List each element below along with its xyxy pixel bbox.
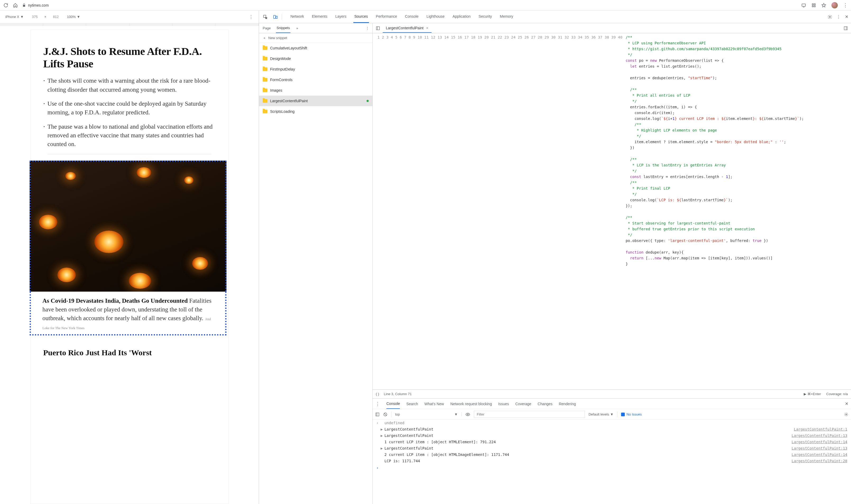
snippet-label: DesignMode	[270, 56, 291, 61]
close-icon[interactable]: ×	[426, 26, 428, 30]
levels-select[interactable]: Default levels ▼	[588, 412, 614, 416]
height-input[interactable]: 812	[48, 15, 63, 19]
home-icon[interactable]	[13, 3, 18, 8]
bullet-item: The pause was a blow to national and glo…	[43, 122, 216, 149]
context-select[interactable]: top▼	[395, 412, 462, 416]
format-icon[interactable]: { }	[376, 392, 379, 396]
expand-icon[interactable]: »	[296, 26, 298, 30]
editor-tabbar: LargestContentfulPaint ×	[373, 23, 851, 33]
profile-avatar[interactable]	[831, 2, 838, 8]
snippet-item[interactable]: CumulativeLayoutShift	[259, 43, 372, 53]
snippet-label: CumulativeLayoutShift	[270, 46, 307, 50]
collapse-icon[interactable]	[843, 25, 849, 32]
zoom-select[interactable]: 100% ▼	[67, 15, 80, 19]
ctab-search[interactable]: Search	[406, 402, 418, 406]
reload-icon[interactable]	[3, 3, 8, 8]
clear-icon[interactable]	[383, 412, 387, 417]
tab-application[interactable]: Application	[451, 11, 472, 23]
run-hint[interactable]: ▶ ⌘+Enter	[804, 392, 821, 396]
console-toolbar: top▼ Default levels ▼ No Issues	[373, 409, 851, 420]
coverage-status: Coverage: n/a	[826, 392, 848, 396]
kebab-icon[interactable]: ⋮	[249, 14, 253, 20]
new-snippet-label: New snippet	[268, 36, 287, 40]
console-row[interactable]: ‹ undefined	[373, 420, 851, 426]
kebab-icon[interactable]: ⋮	[375, 401, 380, 407]
console-row[interactable]: 1 current LCP item : [object HTMLElement…	[373, 439, 851, 445]
url-bar[interactable]: nytimes.com	[22, 3, 797, 7]
more-icon[interactable]: ⋮	[836, 14, 841, 19]
kebab-icon[interactable]: ⋮	[366, 26, 369, 30]
ctab-rendering[interactable]: Rendering	[559, 402, 576, 406]
snippet-item[interactable]: Images	[259, 85, 372, 96]
filter-input[interactable]	[474, 411, 585, 418]
console-drawer: ⋮ Console Search What's New Network requ…	[373, 398, 851, 504]
ctab-coverage[interactable]: Coverage	[515, 402, 531, 406]
close-icon[interactable]: ✕	[845, 14, 848, 19]
code-editor[interactable]: 1 2 3 4 5 6 7 8 9 10 11 12 13 14 15 16 1…	[373, 33, 851, 389]
tab-lighthouse[interactable]: Lighthouse	[425, 11, 446, 23]
extensions-icon[interactable]	[811, 3, 816, 8]
ctab-netblock[interactable]: Network request blocking	[450, 402, 492, 406]
tab-security[interactable]: Security	[478, 11, 493, 23]
settings-icon[interactable]	[844, 412, 848, 417]
chevron-down-icon: ▼	[20, 15, 24, 19]
console-prompt[interactable]: ›	[373, 464, 851, 471]
ctab-console[interactable]: Console	[386, 399, 400, 409]
device-toggle-icon[interactable]	[272, 13, 279, 21]
settings-icon[interactable]	[828, 15, 832, 19]
chevron-down-icon: ▼	[77, 15, 80, 19]
next-article-headline[interactable]: Puerto Rico Just Had Its 'Worst	[31, 336, 228, 357]
ctab-whatsnew[interactable]: What's New	[424, 402, 444, 406]
editor-pane: LargestContentfulPaint × 1 2 3 4 5 6 7 8…	[373, 23, 851, 398]
console-row[interactable]: LCP is: 1171.744LargestContentfulPaint:2…	[373, 458, 851, 464]
close-icon[interactable]: ✕	[845, 401, 848, 406]
tab-page[interactable]: Page	[262, 23, 271, 33]
inspect-icon[interactable]	[262, 13, 269, 21]
story-summary[interactable]: As Covid-19 Devastates India, Deaths Go …	[30, 292, 227, 336]
console-row[interactable]: 2 current LCP item : [object HTMLImageEl…	[373, 451, 851, 458]
snippet-icon	[263, 89, 267, 92]
tab-performance[interactable]: Performance	[375, 11, 398, 23]
snippet-item[interactable]: FirstInputDelay	[259, 64, 372, 74]
tab-console[interactable]: Console	[404, 11, 420, 23]
snippet-item-selected[interactable]: LargestContentfulPaint	[259, 96, 372, 106]
article-headline[interactable]: J.&J. Shots to Resume After F.D.A. Lifts…	[43, 45, 216, 70]
tab-memory[interactable]: Memory	[499, 11, 514, 23]
menu-icon[interactable]: ⋮	[843, 2, 848, 8]
console-row[interactable]: ▶LargestContentfulPaintLargestContentful…	[373, 426, 851, 432]
tab-elements[interactable]: Elements	[311, 11, 328, 23]
cast-icon[interactable]	[801, 3, 806, 8]
snippet-icon	[263, 67, 267, 71]
ctab-changes[interactable]: Changes	[537, 402, 552, 406]
story-image[interactable]	[30, 161, 227, 292]
sidebar-toggle-icon[interactable]	[375, 412, 379, 417]
live-expression-icon[interactable]	[465, 412, 470, 417]
width-input[interactable]: 375	[28, 15, 42, 19]
snippets-tabs: Page Snippets » ⋮	[259, 23, 372, 33]
file-tab[interactable]: LargestContentfulPaint ×	[383, 24, 431, 33]
svg-rect-9	[376, 27, 379, 30]
device-toolbar: iPhone X ▼ 375 × 812 100% ▼ ⋮	[0, 11, 259, 23]
tab-layers[interactable]: Layers	[334, 11, 348, 23]
snippet-item[interactable]: FormControls	[259, 74, 372, 85]
svg-rect-4	[814, 5, 816, 7]
snippet-label: Images	[270, 88, 282, 92]
nav-toggle-icon[interactable]	[375, 25, 381, 32]
snippet-item[interactable]: DesignMode	[259, 53, 372, 64]
no-issues-badge[interactable]: No Issues	[621, 412, 642, 416]
svg-point-8	[829, 16, 831, 17]
tab-network[interactable]: Network	[289, 11, 305, 23]
console-row[interactable]: ▶LargestContentfulPaintLargestContentful…	[373, 445, 851, 451]
console-row[interactable]: ▶LargestContentfulPaintLargestContentful…	[373, 432, 851, 439]
new-snippet-button[interactable]: ＋ New snippet	[259, 33, 372, 43]
snippet-item[interactable]: ScriptsLoading	[259, 106, 372, 117]
svg-rect-3	[812, 5, 814, 7]
tab-sources[interactable]: Sources	[353, 11, 369, 23]
tab-snippets[interactable]: Snippets	[276, 23, 290, 33]
star-icon[interactable]	[821, 3, 826, 8]
device-select[interactable]: iPhone X ▼	[5, 15, 24, 19]
ctab-issues[interactable]: Issues	[498, 402, 509, 406]
svg-rect-0	[802, 4, 805, 6]
console-output[interactable]: ‹ undefined▶LargestContentfulPaintLarges…	[373, 420, 851, 504]
browser-toolbar: nytimes.com ⋮	[0, 0, 851, 11]
